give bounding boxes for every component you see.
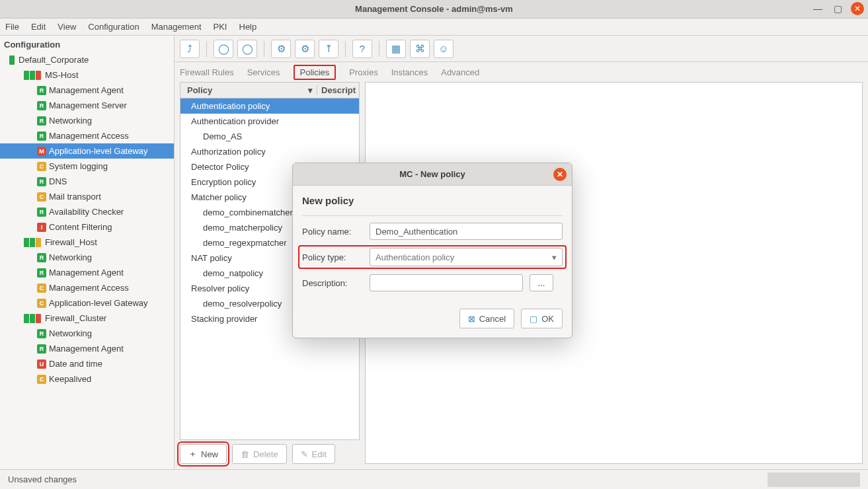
status-text: Unsaved changes — [8, 474, 77, 484]
config-tree-title: Configuration — [0, 38, 174, 52]
toolbar: ⤴ ◯ ◯ ⚙ ⚙ ⤒ ? ▦ ⌘ ☺ — [175, 36, 868, 62]
policy-row[interactable]: Authentication provider — [180, 114, 359, 129]
forward-icon[interactable]: ◯ — [237, 40, 257, 58]
new-policy-dialog: MC - New policy ✕ New policy Policy name… — [292, 163, 572, 338]
pencil-icon: ✎ — [301, 449, 308, 459]
maximize-button[interactable]: ▢ — [831, 2, 844, 15]
menu-view[interactable]: View — [58, 22, 76, 32]
tab-proxies[interactable]: Proxies — [349, 67, 377, 77]
menu-file[interactable]: File — [5, 22, 19, 32]
description-input[interactable] — [370, 274, 523, 291]
window-titlebar: Management Console - admin@ms-vm ― ▢ ✕ — [0, 0, 868, 19]
tree-host-firewall[interactable]: Firewall_Host — [0, 235, 174, 250]
tree-item[interactable]: CKeepalived — [0, 371, 174, 387]
tree-item[interactable]: RNetworking — [0, 250, 174, 265]
menu-edit[interactable]: Edit — [31, 22, 46, 32]
dialog-header: New policy — [302, 195, 563, 206]
gear-sync-icon[interactable]: ⚙ — [295, 40, 315, 58]
tree-host-ms[interactable]: MS-Host — [0, 67, 174, 83]
config-tree: Configuration Default_Corporate MS-Host … — [0, 36, 175, 469]
tree-item[interactable]: RManagement Server — [0, 98, 174, 113]
policy-row[interactable]: Authorization policy — [180, 144, 359, 159]
tree-item-app-gateway[interactable]: MApplication-level Gateway — [0, 143, 174, 159]
dialog-title: MC - New policy — [399, 169, 465, 179]
tree-item[interactable]: RNetworking — [0, 113, 174, 128]
new-button[interactable]: ＋New — [180, 444, 227, 464]
back-icon[interactable]: ◯ — [214, 40, 233, 58]
tree-item[interactable]: RManagement Access — [0, 128, 174, 143]
chevron-down-icon: ▾ — [552, 252, 557, 262]
policy-row[interactable]: Demo_AS — [180, 129, 359, 144]
ok-icon: ▢ — [530, 314, 537, 324]
menu-management[interactable]: Management — [151, 22, 202, 32]
minimize-button[interactable]: ― — [811, 2, 824, 15]
col-policy[interactable]: Policy — [187, 85, 212, 95]
tree-item[interactable]: CManagement Access — [0, 280, 174, 295]
subtabs: Firewall Rules Services Policies Proxies… — [175, 62, 868, 82]
tab-instances[interactable]: Instances — [391, 67, 428, 77]
up-icon[interactable]: ⤴ — [180, 40, 200, 58]
tab-firewall-rules[interactable]: Firewall Rules — [180, 67, 234, 77]
cancel-icon: ⊠ — [468, 314, 475, 324]
sort-icon[interactable]: ▾ — [308, 85, 313, 95]
close-button[interactable]: ✕ — [851, 2, 864, 15]
status-bar: Unsaved changes — [0, 469, 868, 489]
description-label: Description: — [302, 278, 363, 288]
col-description[interactable]: Descript — [317, 85, 359, 95]
menu-help[interactable]: Help — [239, 22, 257, 32]
tree-item[interactable]: IContent Filtering — [0, 219, 174, 235]
upload-icon[interactable]: ⤒ — [319, 40, 338, 58]
ok-button[interactable]: ▢OK — [521, 309, 563, 328]
tree-item[interactable]: RDNS — [0, 174, 174, 189]
trash-icon: 🗑 — [241, 449, 249, 459]
delete-button[interactable]: 🗑Delete — [232, 444, 287, 464]
tree-item[interactable]: RManagement Agent — [0, 83, 174, 98]
tree-item[interactable]: RManagement Agent — [0, 341, 174, 356]
tree-item[interactable]: CMail transport — [0, 189, 174, 204]
gear-eye-icon[interactable]: ⚙ — [271, 40, 291, 58]
dialog-close-button[interactable]: ✕ — [553, 168, 567, 181]
tree-host-cluster[interactable]: Firewall_Cluster — [0, 311, 174, 326]
grid-icon[interactable]: ▦ — [386, 40, 406, 58]
menu-configuration[interactable]: Configuration — [88, 22, 139, 32]
tree-item[interactable]: RManagement Agent — [0, 265, 174, 280]
status-tray — [768, 472, 860, 487]
policy-type-label: Policy type: — [302, 252, 363, 262]
help-icon[interactable]: ? — [352, 40, 372, 58]
window-title: Management Console - admin@ms-vm — [355, 4, 513, 14]
cancel-button[interactable]: ⊠Cancel — [459, 309, 514, 328]
tree-item[interactable]: RNetworking — [0, 326, 174, 341]
tab-advanced[interactable]: Advanced — [441, 67, 479, 77]
tab-policies[interactable]: Policies — [294, 65, 336, 80]
tree-item[interactable]: UDate and time — [0, 356, 174, 371]
plus-icon: ＋ — [188, 448, 197, 460]
menu-pki[interactable]: PKI — [214, 22, 227, 32]
tree-item[interactable]: CSystem logging — [0, 159, 174, 174]
robot-icon[interactable]: ☺ — [434, 40, 454, 58]
policy-name-input[interactable] — [370, 223, 563, 240]
policy-type-select[interactable]: Authentication policy ▾ — [370, 248, 563, 266]
policy-row[interactable]: Authentication policy — [180, 98, 359, 114]
script-icon[interactable]: ⌘ — [410, 40, 430, 58]
tree-item[interactable]: RAvailability Checker — [0, 204, 174, 219]
policy-name-label: Policy name: — [302, 227, 363, 237]
menubar: File Edit View Configuration Management … — [0, 19, 868, 36]
tree-item[interactable]: CApplication-level Gateway — [0, 295, 174, 311]
tree-root[interactable]: Default_Corporate — [0, 52, 174, 67]
edit-button[interactable]: ✎Edit — [292, 444, 335, 464]
tab-services[interactable]: Services — [247, 67, 280, 77]
description-more-button[interactable]: ... — [530, 274, 553, 291]
